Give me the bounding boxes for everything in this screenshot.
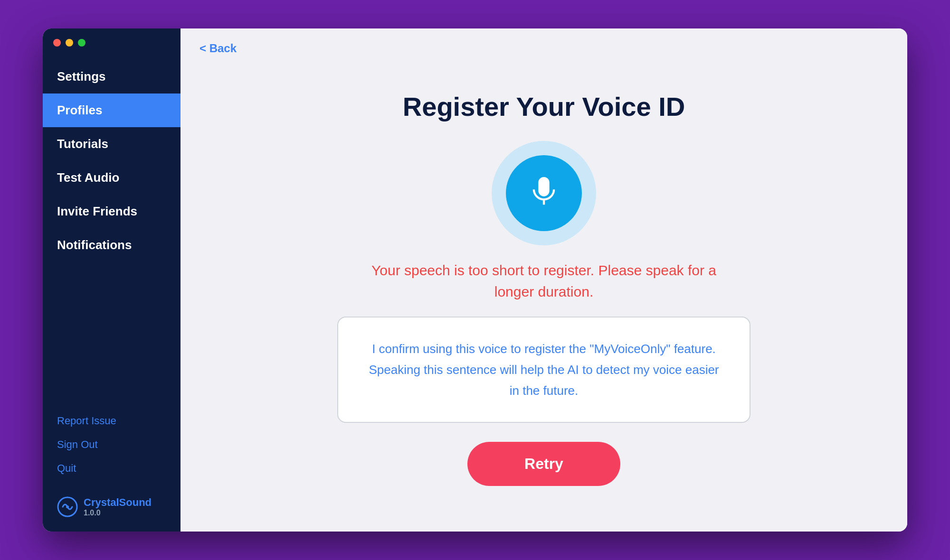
page-title: Register Your Voice ID	[403, 91, 685, 122]
sidebar-item-invite-friends[interactable]: Invite Friends	[43, 195, 180, 228]
sidebar-footer: Report Issue Sign Out Quit CrystalSound …	[43, 401, 180, 532]
sidebar: Settings Profiles Tutorials Test Audio I…	[43, 28, 180, 532]
sidebar-item-settings[interactable]: Settings	[43, 60, 180, 93]
microphone-icon	[527, 176, 560, 211]
report-issue-link[interactable]: Report Issue	[57, 410, 166, 432]
back-button[interactable]: < Back	[200, 28, 237, 65]
sidebar-nav: Settings Profiles Tutorials Test Audio I…	[43, 55, 180, 401]
sidebar-item-profiles[interactable]: Profiles	[43, 93, 180, 127]
retry-button[interactable]: Retry	[467, 442, 620, 486]
svg-point-1	[66, 505, 69, 508]
sidebar-item-tutorials[interactable]: Tutorials	[43, 127, 180, 161]
confirm-text: I confirm using this voice to register t…	[367, 338, 721, 401]
app-window: Settings Profiles Tutorials Test Audio I…	[43, 28, 907, 532]
confirm-box: I confirm using this voice to register t…	[337, 317, 750, 423]
maximize-button[interactable]	[78, 39, 86, 47]
window-controls	[43, 28, 180, 55]
sign-out-link[interactable]: Sign Out	[57, 434, 166, 456]
mic-inner-circle	[506, 155, 582, 231]
sidebar-item-notifications[interactable]: Notifications	[43, 228, 180, 262]
error-message: Your speech is too short to register. Pl…	[359, 260, 729, 302]
quit-link[interactable]: Quit	[57, 457, 166, 479]
logo-text: CrystalSound 1.0.0	[84, 496, 152, 517]
minimize-button[interactable]	[66, 39, 73, 47]
mic-container	[492, 141, 596, 245]
app-logo: CrystalSound 1.0.0	[57, 489, 166, 517]
logo-version: 1.0.0	[84, 509, 152, 517]
main-content: < Back Register Your Voice ID Your speec…	[180, 28, 907, 532]
crystalsound-logo-icon	[57, 496, 78, 517]
mic-outer-circle	[492, 141, 596, 245]
sidebar-item-test-audio[interactable]: Test Audio	[43, 161, 180, 195]
close-button[interactable]	[53, 39, 61, 47]
content-center: Register Your Voice ID Your speech is to…	[200, 65, 888, 513]
logo-name: CrystalSound	[84, 496, 152, 509]
